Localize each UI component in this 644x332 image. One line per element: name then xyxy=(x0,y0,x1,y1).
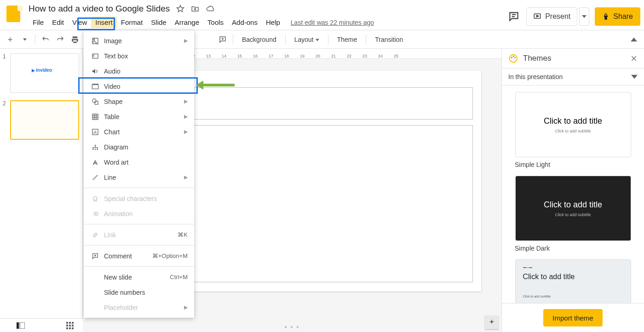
svg-point-32 xyxy=(93,39,95,40)
svg-point-26 xyxy=(513,56,514,57)
menu-item-table[interactable]: Table▶ xyxy=(84,109,194,124)
grid-view-icon[interactable] xyxy=(66,322,74,329)
view-switcher xyxy=(0,318,83,332)
svg-marker-30 xyxy=(631,75,638,79)
menu-item-animation: Animation xyxy=(84,206,194,221)
new-slide-dropdown[interactable] xyxy=(18,33,31,46)
chevron-right-icon: ▶ xyxy=(184,174,188,180)
menu-item-label: Chart xyxy=(104,128,120,136)
slide-thumb-1[interactable]: 1 invideo xyxy=(0,52,82,98)
present-dropdown[interactable] xyxy=(579,7,589,26)
menu-addons[interactable]: Add-ons xyxy=(228,17,262,28)
palette-icon xyxy=(508,53,518,63)
cloud-icon[interactable] xyxy=(206,5,215,13)
menu-item-label: Slide numbers xyxy=(104,289,145,296)
diagram-icon xyxy=(90,143,100,151)
menu-tools[interactable]: Tools xyxy=(203,17,228,28)
menu-item-slide-numbers[interactable]: Slide numbers xyxy=(84,285,194,300)
arrow-annotation xyxy=(202,84,235,86)
menu-item-placeholder: Placeholder▶ xyxy=(84,300,194,315)
slide-thumb-2[interactable]: 2 xyxy=(0,98,82,145)
last-edit-link[interactable]: Last edit was 22 minutes ago xyxy=(291,19,374,26)
share-button[interactable]: Share xyxy=(595,7,640,26)
menu-item-video[interactable]: Video xyxy=(84,79,194,94)
svg-rect-14 xyxy=(20,322,25,329)
theme-name: Simple Dark xyxy=(515,245,638,252)
menu-bar: File Edit View Insert Format Slide Arran… xyxy=(29,17,507,28)
background-button[interactable]: Background xyxy=(237,35,282,44)
menu-slide[interactable]: Slide xyxy=(147,17,170,28)
menu-item-text-box[interactable]: Text box xyxy=(84,48,194,63)
menu-help[interactable]: Help xyxy=(262,17,284,28)
svg-rect-19 xyxy=(69,325,71,326)
close-icon[interactable] xyxy=(630,55,638,62)
menu-item-label: Special characters xyxy=(104,195,157,202)
resize-handle[interactable]: ● ● ● xyxy=(284,324,300,329)
svg-rect-17 xyxy=(72,322,74,324)
menu-item-label: Diagram xyxy=(104,143,128,151)
themes-panel: Themes In this presentation Click to add… xyxy=(501,49,644,332)
import-theme-button[interactable]: Import theme xyxy=(543,309,602,326)
menu-insert[interactable]: Insert xyxy=(91,17,117,28)
svg-point-38 xyxy=(93,84,93,84)
svg-rect-13 xyxy=(17,322,19,329)
menu-item-label: Table xyxy=(104,113,119,120)
print-button[interactable] xyxy=(69,33,81,46)
menu-item-chart[interactable]: Chart▶ xyxy=(84,124,194,139)
menu-edit[interactable]: Edit xyxy=(48,17,68,28)
app-header: How to add a video to Google Slides File… xyxy=(0,0,644,30)
chevron-right-icon: ▶ xyxy=(184,98,188,104)
svg-rect-33 xyxy=(92,54,98,58)
svg-rect-21 xyxy=(66,327,68,329)
menu-item-line[interactable]: Line▶ xyxy=(84,170,194,185)
share-label: Share xyxy=(613,12,633,21)
svg-point-40 xyxy=(97,84,97,84)
move-icon[interactable] xyxy=(191,5,199,13)
menu-item-comment[interactable]: Comment⌘+Option+M xyxy=(84,248,194,263)
collapse-toolbar-button[interactable] xyxy=(627,33,640,46)
menu-arrange[interactable]: Arrange xyxy=(171,17,203,28)
menu-item-label: Shape xyxy=(104,98,122,105)
svg-rect-18 xyxy=(66,325,68,326)
redo-button[interactable] xyxy=(54,33,67,46)
video-icon xyxy=(90,83,100,90)
comments-icon[interactable] xyxy=(507,10,521,23)
menu-item-new-slide[interactable]: New slideCtrl+M xyxy=(84,269,194,285)
menu-item-audio[interactable]: Audio xyxy=(84,63,194,79)
svg-point-54 xyxy=(97,149,98,150)
theme-card-simple-dark[interactable]: Click to add title Click to add subtitle xyxy=(515,176,631,241)
theme-card-streamline[interactable]: Click to add title Click to add subtitle xyxy=(515,259,631,303)
star-icon[interactable] xyxy=(176,5,184,13)
table-icon xyxy=(90,113,100,120)
transition-button[interactable]: Transition xyxy=(370,35,408,44)
svg-rect-16 xyxy=(69,322,71,324)
undo-button[interactable] xyxy=(39,33,52,46)
menu-item-diagram[interactable]: Diagram xyxy=(84,139,194,155)
in-this-presentation[interactable]: In this presentation xyxy=(502,68,644,86)
theme-button[interactable]: Theme xyxy=(332,35,362,44)
menu-file[interactable]: File xyxy=(29,17,48,28)
svg-point-27 xyxy=(514,57,516,58)
menu-view[interactable]: View xyxy=(68,17,91,28)
theme-card-simple-light[interactable]: Click to add title Click to add subtitle xyxy=(515,92,631,157)
shape-icon xyxy=(90,98,100,105)
doc-title[interactable]: How to add a video to Google Slides xyxy=(29,4,170,14)
new-slide-button[interactable] xyxy=(4,33,17,46)
svg-rect-15 xyxy=(66,322,68,324)
theme-list[interactable]: Click to add title Click to add subtitle… xyxy=(502,86,644,303)
menu-item-special-characters: Special characters xyxy=(84,191,194,206)
svg-rect-36 xyxy=(92,85,98,89)
explore-button[interactable] xyxy=(485,315,499,329)
menu-item-word-art[interactable]: Word art xyxy=(84,155,194,170)
menu-format[interactable]: Format xyxy=(117,17,147,28)
textbox-icon xyxy=(90,52,100,60)
slides-logo[interactable] xyxy=(6,6,23,22)
menu-item-shape[interactable]: Shape▶ xyxy=(84,94,194,109)
filmstrip-view-icon[interactable] xyxy=(17,322,25,329)
layout-button[interactable]: Layout xyxy=(289,35,324,44)
image-icon xyxy=(90,37,100,45)
present-button[interactable]: Present xyxy=(526,7,577,26)
add-comment-button[interactable] xyxy=(216,33,229,46)
chevron-right-icon: ▶ xyxy=(184,114,188,120)
menu-item-image[interactable]: Image▶ xyxy=(84,33,194,48)
